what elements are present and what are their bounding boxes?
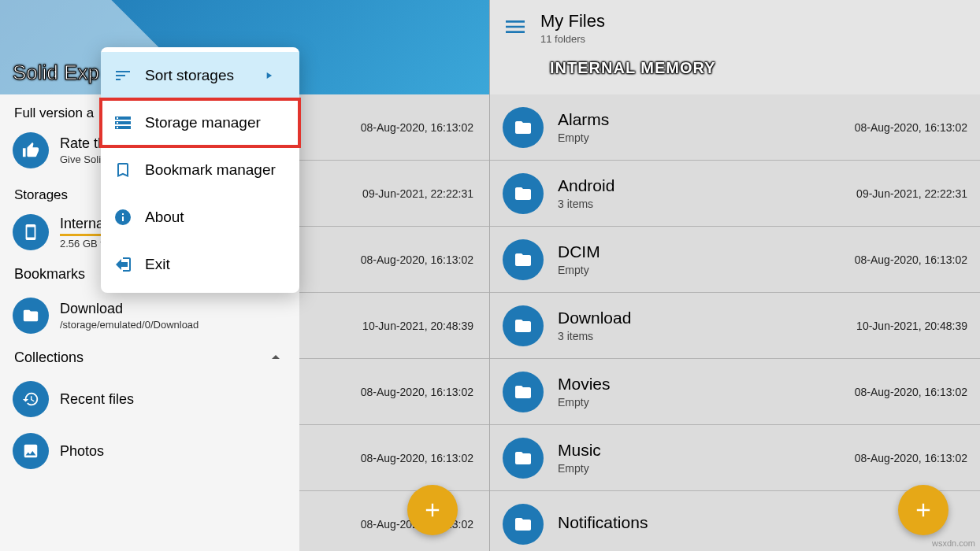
timestamp: 10-Jun-2021, 20:48:39	[856, 320, 967, 332]
file-row[interactable]: 09-Jun-2021, 22:22:31	[299, 161, 489, 227]
page-subtitle: 11 folders	[540, 33, 605, 45]
rate-title: Rate th	[60, 135, 106, 152]
folder-name: Android	[558, 176, 856, 195]
internal-title: Interna	[60, 216, 104, 236]
folder-row[interactable]: MusicEmpty 08-Aug-2020, 16:13:02	[490, 425, 980, 491]
menu-sort-storages[interactable]: Sort storages	[101, 52, 299, 99]
internal-sub: 2.56 GB f	[60, 238, 104, 250]
file-row[interactable]: 08-Aug-2020, 16:13:02	[299, 359, 489, 425]
folder-name: DCIM	[558, 242, 855, 261]
file-row[interactable]: 08-Aug-2020, 16:13:02	[299, 227, 489, 293]
plus-icon	[912, 499, 934, 521]
photos-label: Photos	[60, 443, 104, 460]
menu-bookmark-manager[interactable]: Bookmark manager	[101, 146, 299, 194]
file-list: AlarmsEmpty 08-Aug-2020, 16:13:02 Androi…	[490, 94, 980, 551]
file-row[interactable]: 08-Aug-2020, 16:13:02	[299, 94, 489, 161]
sort-icon	[113, 66, 132, 85]
folder-sub: 3 items	[558, 198, 856, 210]
fab-add-button[interactable]	[898, 485, 948, 535]
fab-add-button[interactable]	[407, 485, 458, 535]
menu-about[interactable]: About	[101, 194, 299, 241]
folder-name: Movies	[558, 375, 855, 394]
menu-label: Bookmark manager	[145, 161, 276, 179]
menu-label: About	[145, 209, 184, 226]
timestamp: 08-Aug-2020, 16:13:02	[855, 452, 967, 464]
folder-icon	[503, 372, 544, 412]
menu-label: Storage manager	[145, 114, 261, 131]
folder-name: Music	[558, 441, 855, 460]
folder-name: Alarms	[558, 110, 855, 129]
folder-icon	[503, 107, 544, 148]
recent-label: Recent files	[60, 391, 134, 408]
folder-name: Download	[558, 309, 856, 327]
menu-storage-manager[interactable]: Storage manager	[101, 99, 299, 146]
timestamp: 09-Jun-2021, 22:22:31	[856, 187, 967, 200]
exit-icon	[113, 255, 132, 274]
menu-label: Sort storages	[145, 67, 234, 84]
folder-icon	[13, 298, 49, 334]
storage-icon	[113, 113, 132, 132]
timestamp: 10-Jun-2021, 20:48:39	[362, 320, 473, 332]
folder-sub: 3 items	[558, 330, 856, 342]
file-row[interactable]: 08-Aug-2020, 16:13:02	[299, 491, 489, 551]
timestamp: 08-Aug-2020, 16:13:02	[855, 121, 967, 134]
folder-row[interactable]: DCIMEmpty 08-Aug-2020, 16:13:02	[490, 227, 980, 293]
app-title: Solid Exp	[13, 61, 99, 85]
folder-icon	[503, 239, 544, 280]
folder-row[interactable]: AlarmsEmpty 08-Aug-2020, 16:13:02	[490, 94, 980, 161]
bookmark-icon	[113, 161, 132, 179]
timestamp: 08-Aug-2020, 16:13:02	[361, 386, 473, 398]
file-row[interactable]: 10-Jun-2021, 20:48:39	[299, 293, 489, 359]
timestamp: 09-Jun-2021, 22:22:31	[362, 187, 473, 200]
folder-row[interactable]: MoviesEmpty 08-Aug-2020, 16:13:02	[490, 359, 980, 425]
folder-row[interactable]: Download3 items 10-Jun-2021, 20:48:39	[490, 293, 980, 359]
timestamp: 08-Aug-2020, 16:13:02	[855, 253, 967, 266]
rate-sub: Give Soli	[60, 153, 106, 165]
thumbs-up-icon	[13, 132, 49, 168]
timestamp: 08-Aug-2020, 16:13:02	[361, 121, 473, 134]
chevron-up-icon	[266, 348, 285, 367]
folder-sub: Empty	[558, 396, 855, 409]
download-path: /storage/emulated/0/Download	[60, 319, 199, 331]
phone-icon	[13, 214, 49, 250]
recent-files-item[interactable]: Recent files	[0, 373, 299, 425]
collections-label: Collections	[14, 349, 84, 366]
collections-header[interactable]: Collections	[0, 342, 299, 373]
folder-icon	[503, 173, 544, 214]
watermark: wsxdn.com	[932, 538, 975, 548]
timestamp: 08-Aug-2020, 16:13:02	[361, 253, 473, 266]
folder-sub: Empty	[558, 264, 855, 276]
breadcrumb[interactable]: INTERNAL MEMORY	[550, 59, 967, 77]
timestamp: 08-Aug-2020, 16:13:02	[855, 386, 967, 398]
page-title: My Files	[540, 11, 605, 31]
left-file-list: 08-Aug-2020, 16:13:02 09-Jun-2021, 22:22…	[299, 94, 489, 551]
file-row[interactable]: 08-Aug-2020, 16:13:02	[299, 425, 489, 491]
menu-label: Exit	[145, 256, 170, 273]
folder-icon	[503, 504, 544, 545]
download-bookmark-item[interactable]: Download /storage/emulated/0/Download	[0, 290, 299, 342]
image-icon	[13, 433, 49, 469]
overflow-menu: Sort storages Storage manager Bookmark m…	[101, 47, 299, 293]
folder-sub: Empty	[558, 131, 855, 144]
folder-icon	[503, 305, 544, 346]
folder-sub: Empty	[558, 462, 855, 475]
bookmarks-label: Bookmarks	[14, 266, 85, 283]
photos-item[interactable]: Photos	[0, 425, 299, 477]
folder-icon	[503, 438, 544, 479]
history-icon	[13, 381, 49, 417]
hamburger-menu-icon[interactable]	[503, 14, 528, 43]
timestamp: 08-Aug-2020, 16:13:02	[361, 452, 473, 464]
arrow-right-icon	[263, 70, 274, 81]
info-icon	[113, 208, 132, 227]
download-title: Download	[60, 301, 199, 317]
folder-row[interactable]: Android3 items 09-Jun-2021, 22:22:31	[490, 161, 980, 227]
menu-exit[interactable]: Exit	[101, 241, 299, 288]
plus-icon	[421, 499, 444, 521]
